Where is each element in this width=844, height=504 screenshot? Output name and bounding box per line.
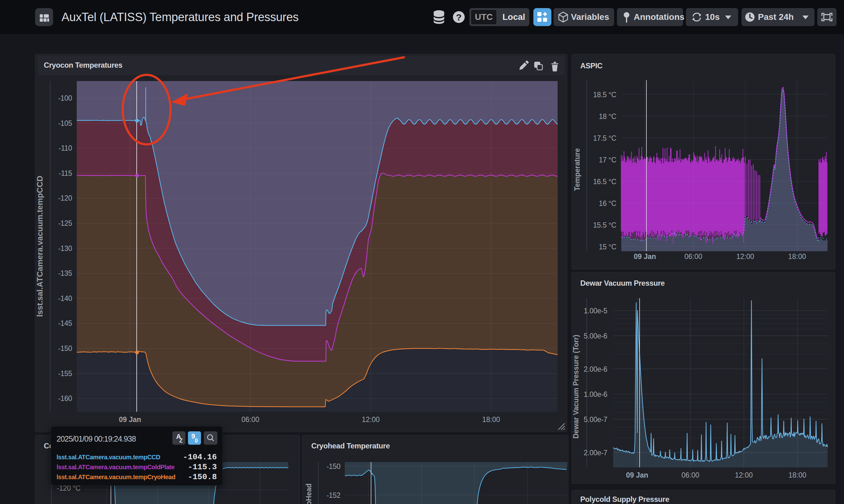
svg-text:0: 0 [195, 437, 198, 444]
svg-text:Z: Z [179, 437, 183, 444]
